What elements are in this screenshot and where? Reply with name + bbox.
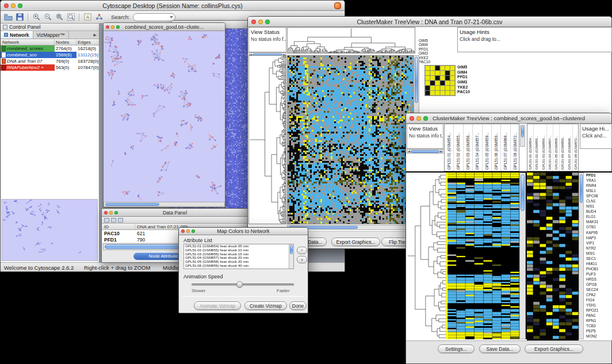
scrollbar-thumb[interactable] <box>411 150 439 153</box>
gene-label[interactable]: GPI16 <box>585 282 612 287</box>
network-list-row[interactable]: combined_sco2569(6)13112(15) <box>1 52 99 58</box>
list-scrollbar[interactable] <box>289 244 293 269</box>
close-button[interactable] <box>251 20 256 24</box>
gene-label[interactable]: RPN1 <box>585 318 612 323</box>
treeview-combined-titlebar[interactable]: ClusterMaker TreeView : combined_scores_… <box>406 113 611 124</box>
tab-network[interactable]: Network <box>1 31 33 39</box>
maximize-button[interactable] <box>114 211 118 214</box>
gene-dendrogram-canvas[interactable] <box>407 173 446 339</box>
column-dendrogram-canvas[interactable] <box>288 28 415 53</box>
gene-label[interactable]: PUF3 <box>585 271 612 277</box>
gene-label[interactable]: PFD1 <box>585 173 612 178</box>
scrollbar-thumb[interactable] <box>521 174 525 211</box>
close-button[interactable] <box>104 211 108 214</box>
gene-label[interactable]: HAP3 <box>585 235 612 240</box>
gene-label[interactable]: PAN1 <box>585 313 612 318</box>
gene-label[interactable]: CLN1 <box>585 198 612 204</box>
main-titlebar[interactable]: Cytoscape Desktop (Session Name: collins… <box>1 1 345 11</box>
gene-label[interactable]: SPC98 <box>585 193 612 198</box>
close-button[interactable] <box>4 3 9 8</box>
move-down-button[interactable]: v <box>297 256 307 263</box>
data-panel-titlebar[interactable]: Data Panel <box>102 209 248 217</box>
heatmap-canvas[interactable] <box>288 56 413 224</box>
search-input[interactable] <box>133 13 175 21</box>
horizontal-scrollbar[interactable] <box>104 202 225 207</box>
network-list-row[interactable]: RNAPuberNov2 +563(0)107847(0) <box>1 64 99 71</box>
network-icon[interactable] <box>94 12 104 22</box>
settings-button[interactable]: Settings... <box>438 344 475 353</box>
scroll-right-arrow-icon[interactable]: ▶ <box>440 150 442 153</box>
gene-label[interactable]: ELG1 <box>585 214 612 219</box>
animation-speed-slider[interactable] <box>192 283 294 286</box>
vertical-scrollbar-right[interactable] <box>579 173 584 339</box>
attribute-item[interactable]: GPL51-07 (GSM868) heat shock 60 min <box>184 268 293 269</box>
scrollbar-thumb[interactable] <box>580 174 583 203</box>
gene-label[interactable]: TCB3 <box>585 323 612 328</box>
gene-label[interactable]: KAP95 <box>585 230 612 235</box>
gene-dendrogram-pane[interactable] <box>407 173 446 340</box>
minimize-button[interactable] <box>416 116 421 121</box>
gene-label[interactable]: VIP1 <box>585 240 612 246</box>
network-list-row[interactable]: combined_scores2764(0)16218(0) <box>1 45 99 52</box>
gene-label[interactable]: BUD4 <box>585 209 612 214</box>
column-dendrogram-pane[interactable] <box>287 27 415 53</box>
maximize-button[interactable] <box>18 3 22 8</box>
gene-label[interactable]: PHO81 <box>585 266 612 271</box>
scrollbar-thumb[interactable] <box>105 203 159 206</box>
export-graphics-button[interactable]: Export Graphics... <box>525 344 583 353</box>
close-button[interactable] <box>181 229 185 233</box>
annotation-icon[interactable]: A <box>82 12 93 22</box>
done-button[interactable]: Done <box>289 301 307 310</box>
mini-scrollbar[interactable]: ◀▶ <box>407 149 443 154</box>
gene-label[interactable]: NIS1 <box>585 204 612 209</box>
gene-label[interactable]: YRA1 <box>585 178 612 183</box>
network-canvas[interactable] <box>104 31 225 202</box>
gene-label[interactable]: NTR2 <box>585 246 612 251</box>
tab-overflow-arrow[interactable]: ▶ <box>91 31 99 39</box>
gene-label[interactable]: SEC24 <box>585 287 612 292</box>
save-icon[interactable] <box>14 12 25 22</box>
maximize-button[interactable] <box>265 20 270 24</box>
gene-dendrogram-pane[interactable] <box>248 55 286 224</box>
minimize-button[interactable] <box>11 3 16 8</box>
close-button[interactable] <box>410 116 414 121</box>
mini-matrix-canvas[interactable] <box>425 66 455 95</box>
heatmap-canvas[interactable] <box>447 173 519 339</box>
scrollbar-thumb[interactable] <box>415 57 418 103</box>
scrollbar-thumb[interactable] <box>521 126 524 137</box>
open-folder-icon[interactable] <box>3 12 13 22</box>
secondary-heatmap-pane[interactable] <box>527 173 579 340</box>
dialog-titlebar[interactable]: Map Colors to Network <box>179 228 308 235</box>
gene-label[interactable]: YSH1 <box>585 302 612 308</box>
network-view-window[interactable]: combined_scores_good.txt--cluste... <box>103 22 225 208</box>
tab-vizmapper[interactable]: VizMapper™ <box>33 31 69 39</box>
slider-thumb[interactable] <box>236 281 243 288</box>
mini-matrix-pane[interactable] <box>424 65 456 96</box>
zoom-out-icon[interactable] <box>43 12 53 22</box>
attribute-list[interactable]: GPL51-01 (GSM854) heat shock 05 minGPL51… <box>183 244 294 269</box>
heatmap-pane[interactable] <box>287 55 414 224</box>
animate-vizmap-button[interactable]: Animate Vizmap <box>194 301 241 310</box>
move-up-button[interactable]: ^ <box>297 247 307 254</box>
network-view-titlebar[interactable]: combined_scores_good.txt--cluste... <box>104 23 225 31</box>
minimize-button[interactable] <box>258 20 263 24</box>
treeview-dna-titlebar[interactable]: ClusterMaker TreeView : DNA and Tran 07-… <box>248 17 611 27</box>
gene-label[interactable]: PEP5 <box>585 328 612 334</box>
maximize-button[interactable] <box>423 116 428 121</box>
network-overview[interactable] <box>1 199 98 261</box>
gene-label[interactable]: SEC1 <box>585 256 612 261</box>
gene-label[interactable]: HRD3 <box>585 277 612 282</box>
gene-dendrogram-canvas[interactable] <box>249 56 286 224</box>
vertical-scrollbar[interactable] <box>519 173 526 339</box>
header-scrollbar[interactable] <box>520 125 525 147</box>
minimize-button[interactable] <box>111 25 114 29</box>
network-overview-canvas[interactable] <box>2 200 97 260</box>
gene-label[interactable]: RNR4 <box>585 183 612 188</box>
scroll-left-arrow-icon[interactable]: ◀ <box>408 150 410 153</box>
maximize-button[interactable] <box>116 25 120 29</box>
gene-label[interactable]: FIG4 <box>585 297 612 302</box>
gene-label[interactable]: RPO21 <box>585 308 612 313</box>
create-vizmap-button[interactable]: Create Vizmap <box>244 301 287 310</box>
scrollbar-thumb[interactable] <box>290 245 293 254</box>
gene-label[interactable]: MSI1 <box>585 251 612 256</box>
